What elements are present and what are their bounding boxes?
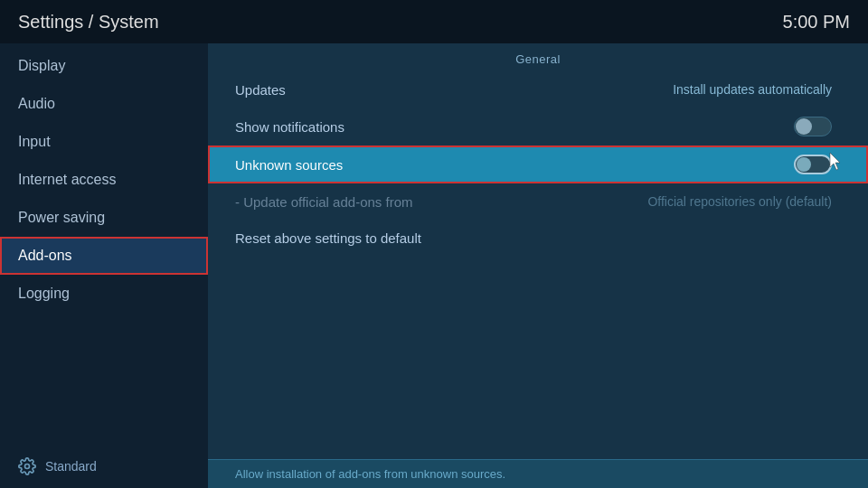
sidebar-label-logging: Logging bbox=[18, 286, 70, 301]
sidebar-item-internet-access[interactable]: Internet access bbox=[0, 161, 208, 199]
page-title: Settings / System bbox=[18, 12, 159, 33]
sidebar-footer: Standard bbox=[0, 445, 208, 488]
sidebar-item-display[interactable]: Display bbox=[0, 47, 208, 85]
value-update-add-ons: Official repositories only (default) bbox=[647, 194, 832, 209]
value-updates: Install updates automatically bbox=[673, 82, 832, 97]
row-updates[interactable]: Updates Install updates automatically bbox=[208, 71, 868, 108]
sidebar: Display Audio Input Internet access Powe… bbox=[0, 43, 208, 488]
standard-label: Standard bbox=[45, 459, 97, 474]
sidebar-item-power-saving[interactable]: Power saving bbox=[0, 199, 208, 237]
toggle-show-notifications[interactable] bbox=[794, 117, 832, 136]
gear-icon bbox=[18, 457, 36, 475]
section-header: General bbox=[208, 43, 868, 71]
label-show-notifications: Show notifications bbox=[235, 119, 344, 135]
row-update-add-ons: - Update official add-ons from Official … bbox=[208, 183, 868, 220]
content-inner: General Updates Install updates automati… bbox=[208, 43, 868, 459]
svg-point-0 bbox=[25, 465, 30, 469]
toggle-knob-notifications bbox=[796, 118, 812, 135]
sidebar-label-internet-access: Internet access bbox=[18, 172, 117, 187]
sidebar-label-display: Display bbox=[18, 58, 65, 73]
label-update-add-ons: - Update official add-ons from bbox=[235, 194, 413, 210]
row-show-notifications[interactable]: Show notifications bbox=[208, 108, 868, 145]
sidebar-item-add-ons[interactable]: Add-ons bbox=[0, 237, 208, 275]
sidebar-label-audio: Audio bbox=[18, 96, 55, 111]
row-reset[interactable]: Reset above settings to default bbox=[208, 220, 868, 256]
cursor-icon bbox=[826, 151, 848, 173]
toggle-cursor-area bbox=[794, 155, 832, 174]
sidebar-label-power-saving: Power saving bbox=[18, 210, 105, 225]
main-area: Display Audio Input Internet access Powe… bbox=[0, 43, 868, 488]
bottom-hint-text: Allow installation of add-ons from unkno… bbox=[235, 467, 505, 481]
top-bar: Settings / System 5:00 PM bbox=[0, 0, 868, 43]
sidebar-item-audio[interactable]: Audio bbox=[0, 85, 208, 123]
content-area: General Updates Install updates automati… bbox=[208, 43, 868, 488]
sidebar-item-input[interactable]: Input bbox=[0, 123, 208, 161]
sidebar-label-input: Input bbox=[18, 134, 51, 149]
clock: 5:00 PM bbox=[783, 12, 850, 33]
toggle-knob-unknown-sources bbox=[797, 157, 811, 172]
sidebar-label-add-ons: Add-ons bbox=[18, 248, 72, 263]
label-unknown-sources: Unknown sources bbox=[235, 157, 343, 173]
label-reset: Reset above settings to default bbox=[235, 230, 421, 246]
sidebar-item-logging[interactable]: Logging bbox=[0, 275, 208, 313]
row-unknown-sources[interactable]: Unknown sources bbox=[208, 145, 868, 183]
label-updates: Updates bbox=[235, 82, 286, 98]
bottom-hint-bar: Allow installation of add-ons from unkno… bbox=[208, 459, 868, 488]
